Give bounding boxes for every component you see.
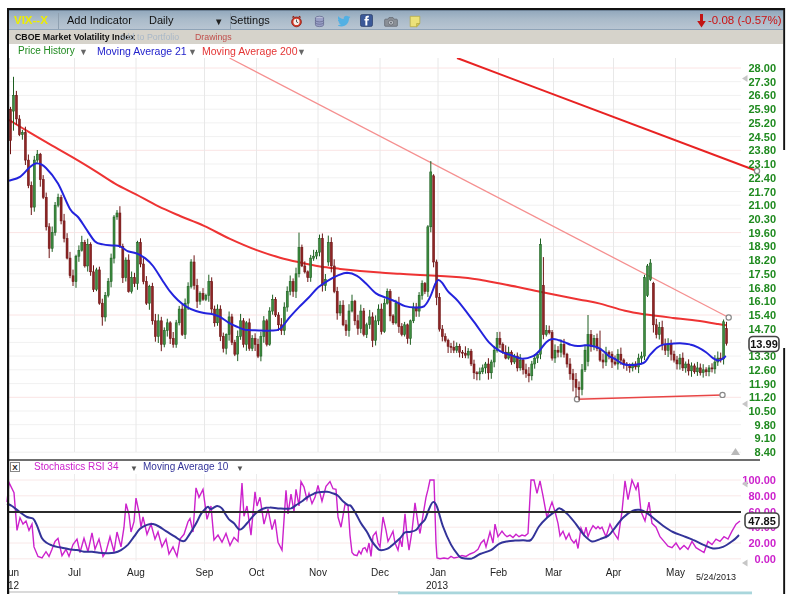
svg-text:11.20: 11.20 <box>749 391 776 403</box>
svg-text:16.80: 16.80 <box>748 282 776 294</box>
svg-text:18.90: 18.90 <box>748 240 776 252</box>
svg-text:12: 12 <box>8 580 20 591</box>
svg-text:25.20: 25.20 <box>748 117 776 129</box>
svg-text:26.60: 26.60 <box>748 89 776 101</box>
svg-text:13.99: 13.99 <box>750 338 778 350</box>
svg-text:Mar: Mar <box>545 567 563 578</box>
svg-text:5/24/2013: 5/24/2013 <box>696 572 736 582</box>
svg-text:Oct: Oct <box>249 567 265 578</box>
svg-text:9.10: 9.10 <box>755 432 776 444</box>
svg-text:0.00: 0.00 <box>755 553 776 565</box>
svg-text:14.70: 14.70 <box>748 323 776 335</box>
svg-text:Feb: Feb <box>490 567 508 578</box>
svg-text:15.40: 15.40 <box>748 309 776 321</box>
svg-text:22.40: 22.40 <box>748 172 776 184</box>
svg-text:8.40: 8.40 <box>755 446 776 458</box>
svg-text:17.50: 17.50 <box>748 268 776 280</box>
svg-text:11.90: 11.90 <box>749 378 776 390</box>
svg-text:20.00: 20.00 <box>748 537 776 549</box>
svg-text:10.50: 10.50 <box>748 405 776 417</box>
svg-text:21.00: 21.00 <box>748 199 776 211</box>
svg-text:24.50: 24.50 <box>748 131 776 143</box>
svg-text:2013: 2013 <box>426 580 449 591</box>
svg-text:Apr: Apr <box>606 567 622 578</box>
svg-text:18.20: 18.20 <box>748 254 776 266</box>
svg-text:Nov: Nov <box>309 567 327 578</box>
svg-text:12.60: 12.60 <box>748 364 776 376</box>
svg-text:80.00: 80.00 <box>748 490 776 502</box>
svg-text:9.80: 9.80 <box>755 419 776 431</box>
svg-text:un: un <box>8 567 19 578</box>
svg-text:Sep: Sep <box>196 567 214 578</box>
svg-text:27.30: 27.30 <box>748 76 776 88</box>
svg-text:23.80: 23.80 <box>748 144 776 156</box>
svg-text:25.90: 25.90 <box>748 103 776 115</box>
svg-text:Dec: Dec <box>371 567 389 578</box>
svg-text:28.00: 28.00 <box>748 62 776 74</box>
svg-text:16.10: 16.10 <box>748 295 776 307</box>
svg-text:Jan: Jan <box>430 567 446 578</box>
svg-text:47.85: 47.85 <box>748 515 776 527</box>
svg-text:20.30: 20.30 <box>748 213 776 225</box>
svg-text:19.60: 19.60 <box>748 227 776 239</box>
svg-text:21.70: 21.70 <box>748 186 776 198</box>
svg-text:23.10: 23.10 <box>748 158 776 170</box>
svg-text:Aug: Aug <box>127 567 145 578</box>
svg-text:May: May <box>666 567 685 578</box>
svg-text:Jul: Jul <box>68 567 81 578</box>
